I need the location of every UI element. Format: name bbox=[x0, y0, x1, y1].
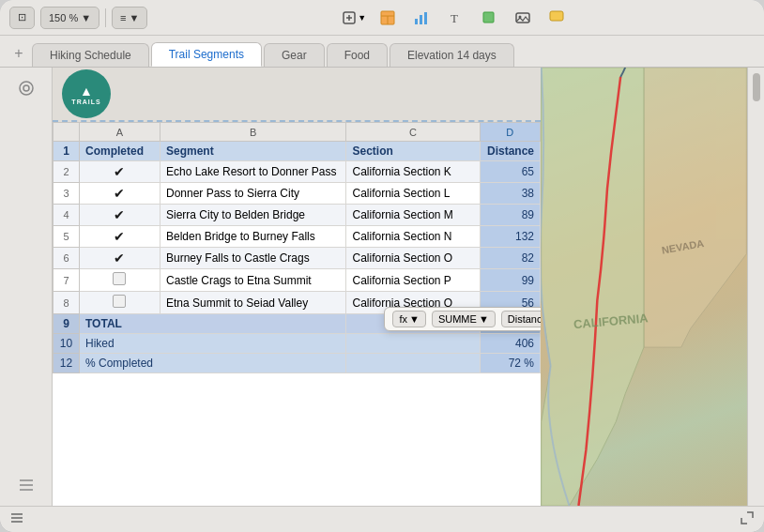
cell-distance-6: 82 bbox=[480, 248, 540, 269]
logo-text: TRAILS bbox=[71, 99, 100, 105]
cell-check-2[interactable]: ✔ bbox=[80, 161, 160, 183]
cell-segment-8: Etna Summit to Seiad Valley bbox=[160, 292, 346, 314]
shapes-btn[interactable] bbox=[476, 7, 502, 29]
svg-rect-13 bbox=[550, 11, 563, 21]
svg-point-14 bbox=[20, 82, 33, 95]
sidebar-bottom-icon[interactable] bbox=[13, 472, 39, 498]
resize-icon bbox=[740, 510, 755, 525]
zoom-btn[interactable]: 150 % ▼ bbox=[40, 7, 99, 29]
tab-trail-segments[interactable]: Trail Segments bbox=[151, 42, 262, 67]
list-dropdown-icon: ▼ bbox=[130, 12, 140, 23]
comment-icon bbox=[548, 9, 565, 26]
row-num-3: 3 bbox=[53, 183, 80, 205]
row-num-12: 12 bbox=[53, 354, 80, 373]
toolbar: ⊡ 150 % ▼ ≡ ▼ ▼ bbox=[0, 0, 764, 36]
media-icon bbox=[514, 9, 531, 26]
fx-label: fx bbox=[399, 313, 407, 325]
zoom-dropdown-icon: ▼ bbox=[81, 12, 91, 23]
sheets-icon bbox=[9, 510, 24, 525]
spreadsheet[interactable]: A B C D 1 Completed Segment Section bbox=[53, 122, 541, 506]
view-toggle-btn[interactable]: ⊡ bbox=[9, 7, 35, 29]
sidebar-circle-btn[interactable] bbox=[13, 75, 39, 101]
cell-check-8[interactable] bbox=[80, 292, 160, 314]
distance-label: Distance bbox=[508, 313, 541, 325]
col-header-row: A B C D bbox=[53, 123, 541, 142]
logo-icon: ▲ bbox=[80, 84, 93, 99]
col-header-B[interactable]: B bbox=[160, 123, 346, 142]
cell-check-3[interactable]: ✔ bbox=[80, 183, 160, 205]
checkbox-empty-8 bbox=[113, 295, 126, 308]
pct-value: 72 % bbox=[480, 354, 540, 373]
row-num-10: 10 bbox=[53, 334, 80, 354]
comment-btn[interactable] bbox=[543, 7, 570, 29]
text-btn[interactable]: T bbox=[442, 7, 468, 29]
row-num-4: 4 bbox=[53, 205, 80, 226]
cell-distance-5: 132 bbox=[480, 226, 540, 248]
add-tab-btn[interactable]: + bbox=[8, 42, 30, 65]
cell-section-7: California Section P bbox=[346, 269, 480, 292]
list-view-btn[interactable]: ≡ ▼ bbox=[112, 7, 147, 29]
shapes-icon bbox=[481, 9, 497, 26]
insert-btn[interactable]: ▼ bbox=[341, 7, 367, 29]
table-row: 4 ✔ Sierra City to Belden Bridge Califor… bbox=[53, 205, 541, 226]
cell-check-4[interactable]: ✔ bbox=[80, 205, 160, 226]
text-icon: T bbox=[447, 9, 464, 26]
cell-check-6[interactable]: ✔ bbox=[80, 248, 160, 269]
cell-check-5[interactable]: ✔ bbox=[80, 226, 160, 248]
svg-point-15 bbox=[23, 85, 29, 91]
list-icon: ≡ bbox=[120, 12, 126, 23]
table-btn[interactable] bbox=[374, 7, 401, 29]
row-num-5: 5 bbox=[53, 226, 80, 248]
media-btn[interactable] bbox=[510, 7, 536, 29]
svg-rect-6 bbox=[415, 19, 418, 24]
svg-text:T: T bbox=[451, 11, 458, 25]
bottom-bar bbox=[0, 506, 764, 532]
right-resize-handle[interactable] bbox=[753, 73, 760, 101]
bottom-left-icon[interactable] bbox=[9, 510, 24, 528]
bottom-right-icon[interactable] bbox=[740, 510, 755, 528]
insert-dropdown-icon: ▼ bbox=[358, 13, 366, 23]
data-table: A B C D 1 Completed Segment Section bbox=[53, 122, 541, 373]
summe-btn[interactable]: SUMME ▼ bbox=[432, 311, 496, 327]
tab-gear[interactable]: Gear bbox=[264, 43, 325, 67]
cell-distance-3: 38 bbox=[480, 183, 540, 205]
logo: ▲ TRAILS bbox=[62, 69, 111, 118]
total-row: 9 TOTAL fx ▼ SUMME bbox=[53, 314, 541, 334]
cell-section-4: California Section M bbox=[346, 205, 480, 226]
col-header-A[interactable]: A bbox=[80, 123, 160, 142]
header-row: 1 Completed Segment Section Distance bbox=[53, 142, 541, 161]
view-icon: ⊡ bbox=[18, 11, 26, 23]
row-num-1: 1 bbox=[53, 142, 80, 161]
tab-elevation[interactable]: Elevation 14 days bbox=[390, 43, 514, 67]
map-background: NEVADA CALIFORNIA bbox=[541, 68, 747, 506]
svg-rect-10 bbox=[483, 12, 494, 23]
table-row: 5 ✔ Belden Bridge to Burney Falls Califo… bbox=[53, 226, 541, 248]
hiked-value: 406 bbox=[480, 334, 540, 354]
col-distance-header: Distance bbox=[480, 142, 540, 161]
fx-btn[interactable]: fx ▼ bbox=[392, 311, 425, 327]
row-num-2: 2 bbox=[53, 161, 80, 183]
cell-segment-7: Castle Crags to Etna Summit bbox=[160, 269, 346, 292]
summary-row-hiked: 10 Hiked 406 bbox=[53, 334, 541, 354]
pct-empty bbox=[346, 354, 480, 373]
tab-food[interactable]: Food bbox=[327, 43, 388, 67]
left-sidebar bbox=[0, 68, 53, 506]
row-num-8: 8 bbox=[53, 292, 80, 314]
tabs-bar: + Hiking Schedule Trail Segments Gear Fo… bbox=[0, 36, 764, 68]
cell-segment-5: Belden Bridge to Burney Falls bbox=[160, 226, 346, 248]
cell-segment-4: Sierra City to Belden Bridge bbox=[160, 205, 346, 226]
col-header-rownum bbox=[53, 123, 80, 142]
toolbar-left: ⊡ 150 % ▼ ≡ ▼ bbox=[9, 7, 147, 29]
table-row: 6 ✔ Burney Falls to Castle Crags Califor… bbox=[53, 248, 541, 269]
cell-check-7[interactable] bbox=[80, 269, 160, 292]
tab-hiking-schedule[interactable]: Hiking Schedule bbox=[32, 43, 149, 67]
svg-rect-7 bbox=[420, 15, 422, 24]
hiked-label: Hiked bbox=[80, 334, 346, 354]
col-header-D[interactable]: D bbox=[480, 123, 540, 142]
col-header-C[interactable]: C bbox=[346, 123, 480, 142]
cell-section-2: California Section K bbox=[346, 161, 480, 183]
table-icon bbox=[379, 9, 396, 26]
distance-btn[interactable]: Distance ▼ bbox=[501, 311, 541, 327]
chart-btn[interactable] bbox=[408, 7, 435, 29]
cell-section-5: California Section N bbox=[346, 226, 480, 248]
